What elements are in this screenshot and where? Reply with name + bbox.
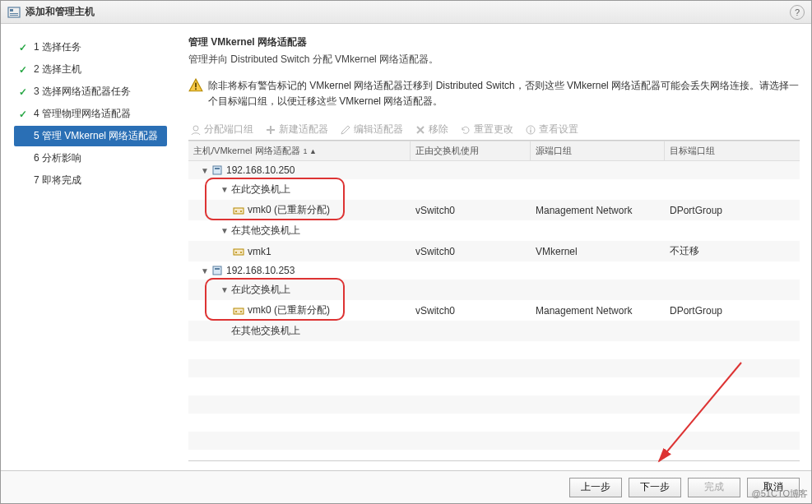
cell-source-pg: Management Network <box>531 302 665 320</box>
svg-rect-9 <box>530 127 531 128</box>
next-button[interactable]: 下一步 <box>629 478 681 497</box>
col-dest-pg[interactable]: 目标端口组 <box>665 141 800 160</box>
svg-point-22 <box>235 311 237 312</box>
svg-rect-5 <box>195 83 197 88</box>
table-row-empty <box>188 359 800 377</box>
wizard-footer: 上一步 下一步 完成 取消 <box>1 470 811 503</box>
col-switch[interactable]: 正由交换机使用 <box>411 141 531 160</box>
table-row[interactable]: vmk0 (已重新分配)vSwitch0Management NetworkDP… <box>188 300 800 321</box>
cell-source-pg <box>531 287 665 294</box>
cell-switch <box>411 187 531 193</box>
table-row[interactable]: ▼192.168.10.250 <box>188 161 800 179</box>
back-button[interactable]: 上一步 <box>569 478 622 497</box>
col-source-pg[interactable]: 源端口组 <box>531 141 665 160</box>
warning-icon <box>188 78 203 93</box>
step-label: 7 即将完成 <box>34 173 81 187</box>
checkmark-icon: ✓ <box>19 64 34 76</box>
step-label: 2 选择主机 <box>34 62 81 76</box>
svg-rect-16 <box>234 249 244 255</box>
table-row[interactable]: vmk0 (已重新分配)vSwitch0Management NetworkDP… <box>188 200 800 220</box>
help-button[interactable]: ? <box>790 5 805 20</box>
step-label: 4 管理物理网络适配器 <box>34 107 131 121</box>
wizard-step-7[interactable]: 7 即将完成 <box>14 170 167 191</box>
view-settings-button[interactable]: 查看设置 <box>525 123 578 136</box>
wizard-step-1[interactable]: ✓1 选择任务 <box>14 37 167 58</box>
wizard-step-5[interactable]: 5 管理 VMkernel 网络适配器 <box>14 126 167 146</box>
cell-source-pg: VMkernel <box>531 243 665 261</box>
toolbar: 分配端口组 新建适配器 编辑适配器 移除 重置更改 查看设置 <box>188 119 800 141</box>
cell-source-pg <box>531 267 665 274</box>
col-host-adapter[interactable]: 主机/VMkernel 网络适配器1 ▲ <box>188 141 411 160</box>
svg-rect-1 <box>10 9 13 12</box>
adapter-grid[interactable]: ▼192.168.10.250▼在此交换机上vmk0 (已重新分配)vSwitc… <box>188 161 800 461</box>
page-subheading: 管理并向 Distributed Switch 分配 VMkernel 网络适配… <box>188 53 800 67</box>
wizard-step-3[interactable]: ✓3 选择网络适配器任务 <box>14 81 167 102</box>
new-adapter-button[interactable]: 新建适配器 <box>265 123 328 136</box>
table-row-empty <box>188 341 800 359</box>
table-row[interactable]: 在其他交换机上 <box>188 321 800 341</box>
table-row[interactable]: ▼在其他交换机上 <box>188 220 800 241</box>
table-row-empty <box>188 395 800 414</box>
svg-rect-10 <box>530 129 531 132</box>
row-label: vmk0 (已重新分配) <box>248 303 330 317</box>
svg-point-18 <box>240 252 242 253</box>
expand-toggle[interactable]: ▼ <box>220 285 230 294</box>
page-heading: 管理 VMkernel 网络适配器 <box>188 35 800 49</box>
svg-rect-2 <box>10 13 18 14</box>
cell-switch <box>411 167 531 173</box>
cell-source-pg <box>531 328 665 335</box>
svg-point-23 <box>240 311 242 312</box>
table-row[interactable]: vmk1vSwitch0VMkernel不迁移 <box>188 241 800 261</box>
cell-dest-pg: DPortGroup <box>665 201 800 220</box>
table-row-empty <box>188 450 800 461</box>
cell-dest-pg <box>665 187 800 193</box>
cell-switch: vSwitch0 <box>411 243 531 261</box>
edit-adapter-button[interactable]: 编辑适配器 <box>340 123 403 136</box>
reset-changes-button[interactable]: 重置更改 <box>460 123 513 136</box>
wizard-step-2[interactable]: ✓2 选择主机 <box>14 59 167 80</box>
main-panel: 管理 VMkernel 网络适配器 管理并向 Distributed Switc… <box>174 24 811 468</box>
warning-text: 除非将标有警告标记的 VMkernel 网络适配器迁移到 Distributed… <box>208 78 800 109</box>
cell-switch: vSwitch0 <box>411 201 531 220</box>
expand-toggle[interactable]: ▼ <box>220 185 230 194</box>
cell-dest-pg <box>665 167 800 173</box>
step-label: 1 选择任务 <box>34 40 81 54</box>
wizard-steps-sidebar: ✓1 选择任务✓2 选择主机✓3 选择网络适配器任务✓4 管理物理网络适配器5 … <box>1 24 174 468</box>
step-label: 5 管理 VMkernel 网络适配器 <box>34 129 158 143</box>
table-row[interactable]: ▼192.168.10.253 <box>188 261 800 280</box>
remove-button[interactable]: 移除 <box>415 123 448 136</box>
row-label: 192.168.10.253 <box>226 265 295 276</box>
cell-switch <box>411 228 531 234</box>
row-label: 在其他交换机上 <box>231 224 300 238</box>
assign-portgroup-button[interactable]: 分配端口组 <box>190 123 253 136</box>
cell-dest-pg <box>665 287 800 294</box>
warning-row: 除非将标有警告标记的 VMkernel 网络适配器迁移到 Distributed… <box>188 78 800 109</box>
table-row[interactable]: ▼在此交换机上 <box>188 179 800 200</box>
svg-rect-13 <box>234 208 244 214</box>
cell-switch <box>411 267 531 274</box>
expand-toggle[interactable]: ▼ <box>200 166 210 175</box>
expand-toggle[interactable]: ▼ <box>200 266 210 275</box>
expand-toggle[interactable]: ▼ <box>220 226 230 235</box>
cell-switch <box>411 328 531 335</box>
wizard-step-4[interactable]: ✓4 管理物理网络适配器 <box>14 104 167 124</box>
sort-indicator: 1 ▲ <box>304 147 317 155</box>
row-label: 在此交换机上 <box>231 283 290 297</box>
checkmark-icon: ✓ <box>19 86 34 98</box>
row-label: 192.168.10.250 <box>226 164 295 176</box>
wizard-step-6[interactable]: 6 分析影响 <box>14 148 167 169</box>
cell-switch <box>411 287 531 294</box>
vmkernel-icon <box>233 305 244 317</box>
table-row-empty <box>188 432 800 450</box>
watermark: @51CTO博客 <box>752 488 808 500</box>
svg-rect-6 <box>195 88 197 90</box>
table-row-empty <box>188 377 800 395</box>
svg-rect-3 <box>10 15 18 16</box>
host-icon <box>211 265 223 276</box>
row-label: vmk1 <box>248 246 271 257</box>
table-row[interactable]: ▼在此交换机上 <box>188 280 800 300</box>
svg-point-14 <box>235 210 237 212</box>
window-title: 添加和管理主机 <box>26 5 790 19</box>
titlebar: 添加和管理主机 ? <box>1 1 811 24</box>
svg-rect-0 <box>8 7 20 17</box>
